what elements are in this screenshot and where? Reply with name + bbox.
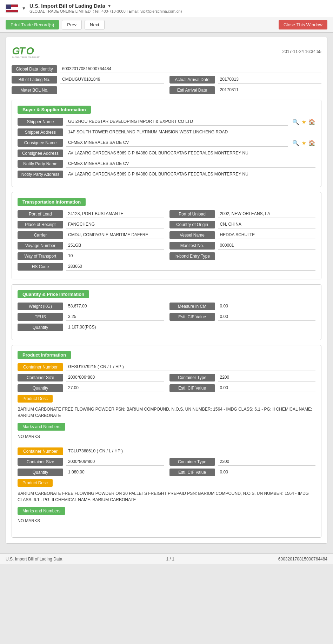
way-of-transport-label: Way of Transport <box>18 252 63 260</box>
top-bar: ▼ U.S. Import Bill of Lading Data ▼ GLOB… <box>0 0 333 17</box>
flag-dropdown[interactable]: ▼ <box>22 6 26 11</box>
global-data-identity-value: 600320170815000764484 <box>60 65 321 73</box>
esti-cif-value-label: Esti. CIF Value <box>169 313 215 321</box>
buyer-supplier-title: Buyer & Supplier Information <box>18 106 91 114</box>
port-of-load-value: 24128, PORT BUSTAMANTE <box>66 210 164 218</box>
container-2-qty-cif-row: Quantity 1,080.00 Esti. CIF Value 0.00 <box>18 469 315 476</box>
global-data-identity-row: Global Data Identity 6003201708150007644… <box>12 65 321 73</box>
actual-arrival-date-value: 20170813 <box>218 76 322 84</box>
container-1-esti-cif-label: Esti. CIF Value <box>169 384 215 392</box>
notify-party-name-value: CFMEX MINERALES SA DE CV <box>66 160 315 168</box>
notify-party-name-label: Notify Party Name <box>18 160 63 168</box>
vessel-name-label: Vessel Name <box>169 231 215 239</box>
container-2-size-label: Container Size <box>18 458 63 466</box>
place-of-receipt-label: Place of Receipt <box>18 221 63 228</box>
svg-text:GLOBAL TRADE ONLINE LIMITED: GLOBAL TRADE ONLINE LIMITED <box>12 56 40 58</box>
next-button[interactable]: Next <box>85 20 105 29</box>
place-of-receipt-value: FANGCHENG <box>66 221 164 228</box>
consignee-star-icon[interactable]: ★ <box>301 140 306 146</box>
mater-bol-label: Mater BOL No. <box>12 86 57 94</box>
way-of-transport-value: 10 <box>66 252 164 260</box>
main-card: G T O GLOBAL TRADE ONLINE LIMITED 2017-1… <box>6 37 327 544</box>
port-of-unload-value: 2002, NEW ORLEANS, LA <box>218 210 316 218</box>
voyage-number-value: 251GB <box>66 242 164 250</box>
shipper-address-row: Shipper Address 14F SOUTH TOWER GREENLAN… <box>18 128 315 136</box>
footer-center-text: 1 / 1 <box>166 557 174 562</box>
title-dropdown-arrow[interactable]: ▼ <box>107 4 112 8</box>
teus-cif-row: TEUS 3.25 Esti. CIF Value 0.00 <box>18 313 315 321</box>
print-button[interactable]: Print Trade Record(s) <box>6 20 59 29</box>
notify-party-name-row: Notify Party Name CFMEX MINERALES SA DE … <box>18 160 315 168</box>
shipper-name-row: Shipper Name GUIZHOU REDSTAR DEVELOPING … <box>18 118 315 126</box>
weight-measure-row: Weight (KG) 58,677.00 Measure in CM 0.00 <box>18 303 315 310</box>
global-data-identity-label: Global Data Identity <box>12 65 57 73</box>
container-2-marks-label[interactable]: Marks and Numbers <box>18 507 65 515</box>
mater-bol-value <box>60 86 164 94</box>
measure-in-cm-label: Measure in CM <box>169 303 215 310</box>
prev-button[interactable]: Prev <box>62 20 82 29</box>
gto-logo: G T O GLOBAL TRADE ONLINE LIMITED <box>12 43 40 60</box>
container-2-qty-value: 1,080.00 <box>66 469 164 476</box>
container-1-qty-label: Quantity <box>18 384 63 392</box>
container-2-qty-label: Quantity <box>18 469 63 476</box>
shipper-address-value: 14F SOUTH TOWER GREENLAND PLATINUM MANSI… <box>66 128 315 136</box>
container-1-size-value: 2000*806*800 <box>66 374 164 381</box>
container-1-product-desc-label[interactable]: Product Desc <box>18 395 53 403</box>
shipper-address-label: Shipper Address <box>18 128 63 136</box>
mater-bol-row: Mater BOL No. Esti Arrival Date 20170811 <box>12 86 321 94</box>
container-1-marks-text: NO MARKS <box>18 433 315 440</box>
consignee-name-row: Consignee Name CFMEX MINERALES SA DE CV … <box>18 139 315 147</box>
consignee-home-icon[interactable]: 🏠 <box>308 140 315 146</box>
consignee-address-row: Consignee Address AV LAZARO CARDENAS 506… <box>18 150 315 157</box>
buyer-supplier-section: Buyer & Supplier Information Shipper Nam… <box>12 100 321 187</box>
container-1-block: Container Number GESU1079215 ( CN / L / … <box>18 363 315 440</box>
quantity-label: Quantity <box>18 324 63 331</box>
teus-label: TEUS <box>18 313 63 321</box>
container-2-product-desc-label[interactable]: Product Desc <box>18 479 53 487</box>
container-2-esti-cif-value: 0.00 <box>218 469 316 476</box>
container-2-product-desc-row: Product Desc BARIUM CARBONATE FREE FLOWI… <box>18 479 315 504</box>
voyage-number-label: Voyage Number <box>18 242 63 250</box>
weight-kg-value: 58,677.00 <box>66 303 164 310</box>
home-icon[interactable]: 🏠 <box>308 119 315 125</box>
container-1-marks-label[interactable]: Marks and Numbers <box>18 423 65 431</box>
svg-text:O: O <box>26 45 34 57</box>
container-1-type-value: 2200 <box>218 374 316 381</box>
consignee-search-icon[interactable]: 🔍 <box>292 140 299 146</box>
port-of-load-label: Port of Load <box>18 210 63 218</box>
container-2-marks-text: NO MARKS <box>18 517 315 525</box>
shipper-icons: 🔍 ★ 🏠 <box>292 119 315 125</box>
flag-icon <box>6 4 18 13</box>
container-2-product-desc-text: BARIUM CARBONATE FREE FLOWING POWDER ON … <box>18 489 315 504</box>
page-subtitle: GLOBAL TRADE ONLINE LIMITED（Tel: 400-710… <box>29 9 184 14</box>
bol-label: Bill of Lading No. <box>12 76 57 84</box>
close-window-button[interactable]: Close This Window <box>279 20 327 29</box>
quantity-value: 1,107.00(PCS) <box>66 324 315 331</box>
container-1-qty-cif-row: Quantity 27.00 Esti. CIF Value 0.00 <box>18 384 315 392</box>
container-2-number-value: TCLU7368610 ( CN / L / HP ) <box>66 447 315 455</box>
container-2-number-label: Container Number <box>18 447 63 455</box>
container-1-esti-cif-value: 0.00 <box>218 384 316 392</box>
esti-cif-value-value: 0.00 <box>218 313 316 321</box>
hs-code-value: 283660 <box>66 263 315 271</box>
container-2-type-label: Container Type <box>169 458 215 466</box>
svg-text:T: T <box>19 45 26 57</box>
country-of-origin-value: CN, CHINA <box>218 221 316 228</box>
search-icon[interactable]: 🔍 <box>292 119 299 125</box>
container-2-esti-cif-label: Esti. CIF Value <box>169 469 215 476</box>
bol-value: CMDUGUY0101849 <box>60 76 164 84</box>
star-icon[interactable]: ★ <box>301 119 306 125</box>
product-info-title: Product Information <box>18 351 71 359</box>
main-content: G T O GLOBAL TRADE ONLINE LIMITED 2017-1… <box>0 33 333 553</box>
measure-in-cm-value: 0.00 <box>218 303 316 310</box>
transportation-title: Transportation Information <box>18 198 86 206</box>
manifest-no-label: Manifest No. <box>169 242 215 250</box>
footer-right-text: 600320170815000764484 <box>278 557 327 562</box>
inbond-entry-type-value <box>218 252 316 260</box>
quantity-price-title: Quantity & Price Information <box>18 290 89 298</box>
hs-code-label: HS Code <box>18 263 63 271</box>
shipper-name-value: GUIZHOU REDSTAR DEVELOPING IMPORT & EXPO… <box>66 118 288 126</box>
product-info-section: Product Information Container Number GES… <box>12 345 321 538</box>
quantity-row: Quantity 1,107.00(PCS) <box>18 324 315 331</box>
timestamp: 2017-11-24 16:34:55 <box>282 49 321 54</box>
